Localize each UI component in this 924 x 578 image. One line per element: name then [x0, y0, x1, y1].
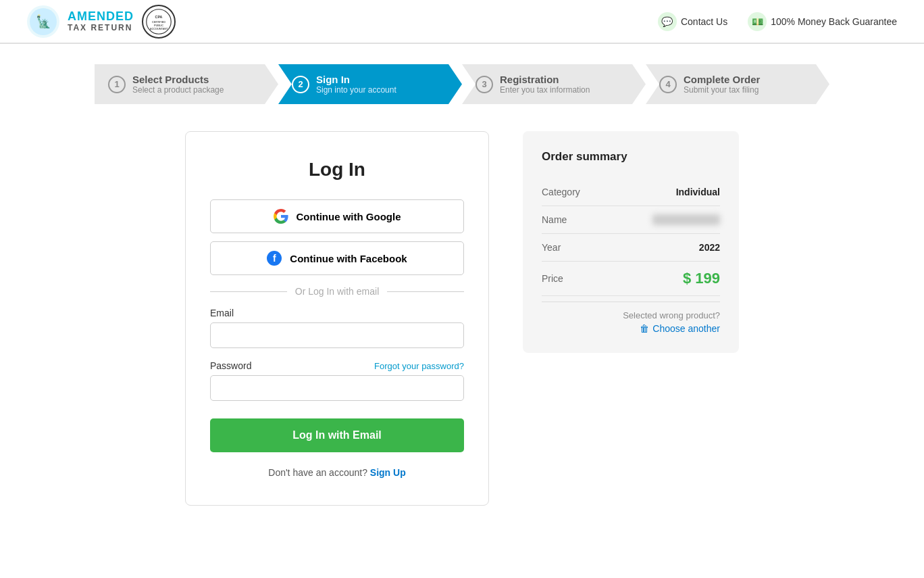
password-input[interactable] — [210, 375, 464, 401]
step-2-title: Sign In — [316, 74, 396, 85]
login-email-button[interactable]: Log In with Email — [210, 418, 464, 452]
order-divider — [542, 302, 720, 302]
password-label-row: Password Forgot your password? — [210, 360, 464, 371]
order-summary-card: Order summary Category Individual Name Y… — [523, 131, 739, 353]
logo-section: 🗽 AMENDED TAX RETURN CPA CERTIFIED PUBLI… — [27, 5, 176, 39]
choose-another-section: Selected wrong product? 🗑 Choose another — [542, 310, 720, 334]
step-1-title: Select Products — [132, 74, 224, 85]
step-1-select-products[interactable]: 1 Select Products Select a product packa… — [95, 64, 278, 104]
stepper: 1 Select Products Select a product packa… — [0, 64, 924, 104]
step-2-sign-in[interactable]: 2 Sign In Sign into your account — [278, 64, 462, 104]
order-name-row: Name — [542, 206, 720, 234]
login-title: Log In — [210, 159, 464, 180]
main-content: Log In Continue with Google f Continue w… — [0, 104, 924, 533]
cpa-badge: CPA CERTIFIED PUBLIC ACCOUNTANT — [142, 5, 176, 39]
chat-icon: 💬 — [658, 12, 677, 31]
signup-prompt: Don't have an account? Sign Up — [210, 467, 464, 478]
order-category-row: Category Individual — [542, 178, 720, 206]
google-icon — [274, 209, 288, 224]
category-value: Individual — [676, 187, 720, 197]
logo-text: AMENDED TAX RETURN — [68, 10, 134, 32]
name-label: Name — [542, 214, 567, 225]
step-2-subtitle: Sign into your account — [316, 85, 396, 95]
step-4-subtitle: Submit your tax filing — [684, 85, 760, 95]
email-divider: Or Log In with email — [210, 286, 464, 297]
signup-link[interactable]: Sign Up — [370, 467, 406, 478]
wrong-product-text: Selected wrong product? — [542, 310, 720, 320]
price-label: Price — [542, 273, 563, 284]
header-nav: 💬 Contact Us 💵 100% Money Back Guarantee — [658, 12, 897, 31]
step-3-subtitle: Enter you tax information — [500, 85, 590, 95]
password-group: Password Forgot your password? — [210, 360, 464, 401]
google-btn-label: Continue with Google — [297, 211, 401, 222]
email-group: Email — [210, 308, 464, 348]
price-value: $ 199 — [683, 270, 720, 287]
step-1-number: 1 — [108, 76, 126, 93]
year-label: Year — [542, 242, 561, 253]
email-input[interactable] — [210, 322, 464, 348]
logo-amended-label: AMENDED — [68, 10, 134, 24]
choose-another-link[interactable]: 🗑 Choose another — [640, 323, 720, 334]
step-3-title: Registration — [500, 74, 590, 85]
step-4-title: Complete Order — [684, 74, 760, 85]
svg-text:🗽: 🗽 — [36, 14, 51, 29]
facebook-icon: f — [267, 251, 282, 266]
google-login-button[interactable]: Continue with Google — [210, 199, 464, 233]
guarantee-link[interactable]: 💵 100% Money Back Guarantee — [748, 12, 897, 31]
logo-taxreturn-label: TAX RETURN — [68, 24, 134, 32]
email-label: Email — [210, 308, 464, 318]
forgot-password-link[interactable]: Forgot your password? — [374, 361, 464, 371]
step-4-content: Complete Order Submit your tax filing — [684, 74, 760, 95]
step-3-registration[interactable]: 3 Registration Enter you tax information — [462, 64, 646, 104]
money-back-icon: 💵 — [748, 12, 767, 31]
step-4-number: 4 — [659, 76, 677, 93]
order-price-row: Price $ 199 — [542, 262, 720, 296]
order-year-row: Year 2022 — [542, 234, 720, 262]
step-2-number: 2 — [292, 76, 309, 93]
facebook-login-button[interactable]: f Continue with Facebook — [210, 241, 464, 275]
order-summary-title: Order summary — [542, 150, 720, 164]
svg-text:CPA: CPA — [155, 14, 163, 18]
step-3-content: Registration Enter you tax information — [500, 74, 590, 95]
svg-text:PUBLIC: PUBLIC — [154, 24, 163, 26]
step-1-subtitle: Select a product package — [132, 85, 224, 95]
header: 🗽 AMENDED TAX RETURN CPA CERTIFIED PUBLI… — [0, 0, 924, 44]
step-2-content: Sign In Sign into your account — [316, 74, 396, 95]
svg-text:ACCOUNTANT: ACCOUNTANT — [150, 28, 168, 30]
trash-icon: 🗑 — [640, 323, 649, 334]
step-1-content: Select Products Select a product package — [132, 74, 224, 95]
logo-statue-icon: 🗽 — [27, 5, 59, 38]
svg-text:CERTIFIED: CERTIFIED — [152, 20, 165, 23]
step-4-complete-order[interactable]: 4 Complete Order Submit your tax filing — [646, 64, 829, 104]
name-value-blurred — [652, 214, 720, 225]
facebook-btn-label: Continue with Facebook — [290, 253, 407, 264]
login-card: Log In Continue with Google f Continue w… — [185, 131, 489, 506]
year-value: 2022 — [699, 242, 720, 253]
step-3-number: 3 — [476, 76, 493, 93]
contact-us-link[interactable]: 💬 Contact Us — [658, 12, 727, 31]
category-label: Category — [542, 187, 580, 197]
